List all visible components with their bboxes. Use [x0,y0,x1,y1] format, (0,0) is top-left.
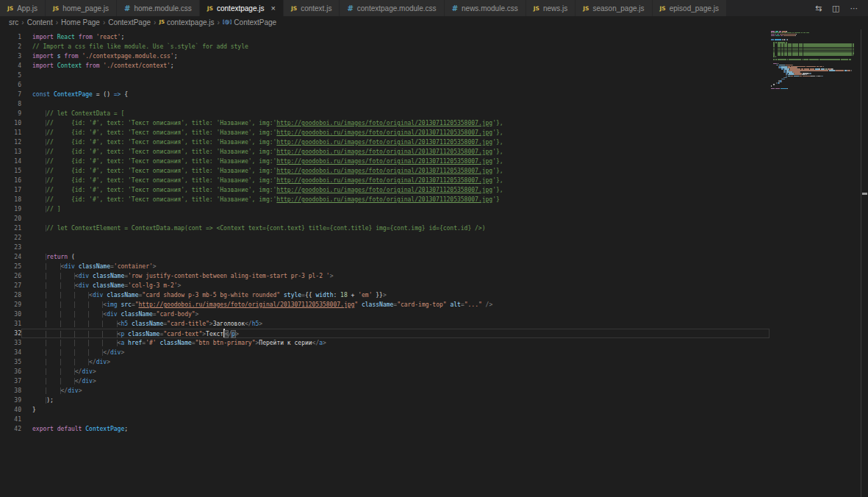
minimap-glyph [771,35,775,37]
code-line[interactable]: 19 // ] [0,204,868,214]
code-text: <a href='#' className="btn btn-primary">… [21,338,770,348]
minimap-glyph [849,59,851,60]
code-text: // {id: '#', text: 'Текст описания', tit… [21,128,770,137]
compare-changes-icon[interactable]: ⇆ [815,4,822,13]
code-line[interactable]: 13 // {id: '#', text: 'Текст описания', … [0,147,868,157]
code-text: </div> [21,357,770,367]
code-line[interactable]: 41 [0,415,868,424]
code-line[interactable]: 8 [0,99,868,109]
code-line[interactable]: 14 // {id: '#', text: 'Текст описания', … [0,157,868,166]
close-icon[interactable]: × [271,4,276,12]
code-line[interactable]: 42export default ContextPage; [0,424,868,434]
tab-context.js[interactable]: JScontext.js [284,0,340,16]
code-line[interactable]: 30 <div className="card-body"> [0,310,868,319]
code-line[interactable]: 39 ); [0,396,868,405]
code-text: // {id: '#', text: 'Текст описания', tit… [21,118,770,128]
tab-contextpage.js[interactable]: JScontextpage.js× [200,0,284,16]
code-text: // let ContextElement = ContextData.map(… [21,224,770,233]
minimap-glyph [775,59,778,60]
code-line[interactable]: 9 // let ContextData = [ [0,109,868,118]
code-line[interactable]: 36 </div> [0,367,868,376]
line-number: 38 [0,386,21,396]
overview-ruler[interactable] [861,29,868,497]
code-line[interactable]: 32 <p className="card-text">Текст</p> [0,329,868,338]
more-actions-icon[interactable]: ··· [850,4,858,13]
code-line[interactable]: 29 <img src="http://goodoboi.ru/images/f… [0,300,868,310]
code-line[interactable]: 28 <div className="card shadow p-3 mb-5 … [0,290,868,300]
minimap-glyph [775,39,781,40]
tab-season_page.js[interactable]: JSseason_page.js [575,0,652,16]
breadcrumb-item-ContextPage[interactable]: [@]ContextPage [223,18,276,26]
code-text: // Import a css file like module. Use `s… [21,42,770,51]
tab-contextpage.module.css[interactable]: #contextpage.module.css [340,0,444,16]
code-line[interactable]: 24 return ( [0,252,868,262]
code-line[interactable]: 2// Import a css file like module. Use `… [0,42,868,51]
minimap-glyph [781,88,787,90]
tab-news.module.css[interactable]: #news.module.css [445,0,526,16]
code-line[interactable]: 31 <h5 className="card-title">Заголовок<… [0,319,868,329]
code-line[interactable]: 7const ContextPage = () => { [0,90,868,99]
code-line[interactable]: 6 [0,80,868,90]
editor[interactable]: 1import React from 'react';2// Import a … [0,28,868,497]
code-line[interactable]: 27 <div className='col-lg-3 m-2'> [0,281,868,290]
code-text: ); [21,396,770,405]
breadcrumb-item-ContextPage[interactable]: ContextPage [108,18,151,26]
tab-home.module.css[interactable]: #home.module.css [117,0,200,16]
minimap-glyph [801,32,803,34]
code-line[interactable]: 3import s from './contextpage.module.css… [0,51,868,61]
code-line[interactable]: 33 <a href='#' className="btn btn-primar… [0,338,868,348]
cursor-position-marker [862,193,867,195]
code-line[interactable]: 10 // {id: '#', text: 'Текст описания', … [0,118,868,128]
tab-label: home_page.js [62,4,109,12]
code-line[interactable]: 38 </div> [0,386,868,396]
code-area[interactable]: 1import React from 'react';2// Import a … [0,28,868,434]
tab-label: news.js [543,4,567,12]
code-line[interactable]: 26 <div className='row justify-content-b… [0,271,868,281]
tab-App.js[interactable]: JSApp.js [0,0,46,16]
breadcrumb-item-src[interactable]: src [9,18,18,26]
minimap-glyph [803,76,810,77]
line-number: 31 [0,319,21,329]
code-line[interactable]: 4import Context from './context/context'… [0,61,868,71]
tab-home_page.js[interactable]: JShome_page.js [46,0,117,16]
code-line[interactable]: 37 </div> [0,376,868,386]
split-editor-icon[interactable]: ◫ [832,4,839,13]
code-line[interactable]: 34 </div> [0,348,868,357]
minimap-glyph [811,73,811,74]
breadcrumb-label: Home Page [61,18,100,26]
code-line[interactable]: 12 // {id: '#', text: 'Текст описания', … [0,137,868,147]
code-line[interactable]: 18 // {id: '#', text: 'Текст описания', … [0,195,868,204]
code-line[interactable]: 16 // {id: '#', text: 'Текст описания', … [0,176,868,185]
tab-episod_page.js[interactable]: JSepisod_page.js [653,0,727,16]
minimap[interactable] [770,29,861,441]
minimap-glyph [847,70,850,71]
code-line[interactable]: 35 </div> [0,357,868,367]
code-text [21,243,770,252]
minimap-glyph [822,76,823,77]
code-line[interactable]: 23 [0,243,868,252]
line-number: 40 [0,405,21,415]
line-number: 19 [0,204,21,214]
line-number: 42 [0,424,21,434]
minimap-glyph [819,66,822,68]
code-line[interactable]: 17 // {id: '#', text: 'Текст описания', … [0,185,868,195]
code-line[interactable]: 15 // {id: '#', text: 'Текст описания', … [0,166,868,176]
code-line[interactable]: 20 [0,214,868,224]
code-text: </div> [21,386,770,396]
code-line[interactable]: 21 // let ContextElement = ContextData.m… [0,224,868,233]
line-number: 22 [0,233,21,243]
code-line[interactable]: 5 [0,71,868,80]
code-line[interactable]: 11 // {id: '#', text: 'Текст описания', … [0,128,868,137]
breadcrumb-item-contextpage.js[interactable]: JScontextpage.js [159,18,214,26]
tab-label: episod_page.js [670,4,719,12]
code-line[interactable]: 22 [0,233,868,243]
js-file-icon: JS [207,5,213,12]
breadcrumb-item-Content[interactable]: Content [27,18,53,26]
code-line[interactable]: 25 <div className='container'> [0,262,868,271]
code-line[interactable]: 40} [0,405,868,415]
minimap-glyph [773,59,775,60]
code-line[interactable]: 1import React from 'react'; [0,32,868,42]
breadcrumb-item-Home Page[interactable]: Home Page [61,18,100,26]
tab-bar: JSApp.jsJShome_page.js#home.module.cssJS… [0,0,868,16]
tab-news.js[interactable]: JSnews.js [526,0,576,16]
